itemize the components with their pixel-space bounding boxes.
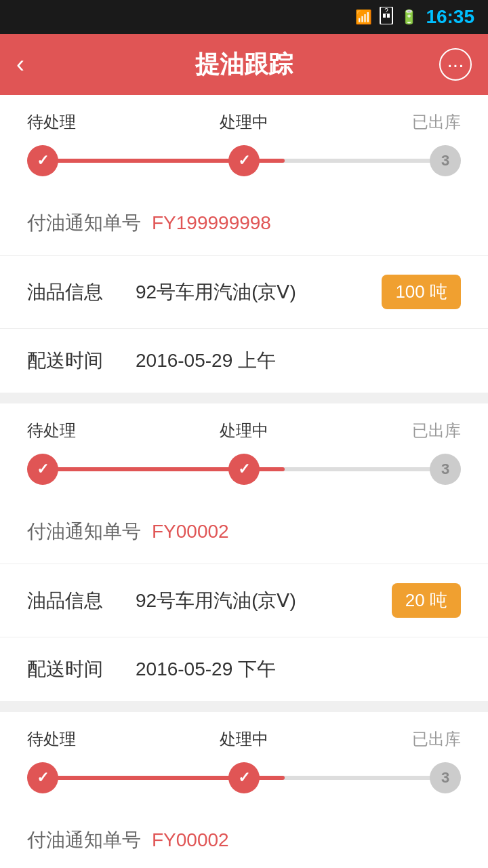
status-time: 16:35 xyxy=(426,6,474,28)
oil-type-1: 92号车用汽油(京Ⅴ) xyxy=(136,588,378,614)
progress-label-1: 处理中 xyxy=(220,420,268,441)
oil-row-0: 油品信息92号车用汽油(京Ⅴ)100 吨 xyxy=(0,256,488,329)
notice-id-row-0: 付油通知单号FY199999998 xyxy=(0,191,488,256)
notice-id-row-1: 付油通知单号FY00002 xyxy=(0,500,488,564)
cards-container: 待处理处理中已出库✓✓3付油通知单号FY199999998油品信息92号车用汽油… xyxy=(0,95,488,868)
section-divider xyxy=(0,701,488,712)
progress-label-2: 已出库 xyxy=(412,728,461,750)
progress-section-0: 待处理处理中已出库✓✓3 xyxy=(0,95,488,191)
progress-label-0: 待处理 xyxy=(27,111,76,133)
notice-label-1: 付油通知单号 xyxy=(27,519,141,545)
progress-section-1: 待处理处理中已出库✓✓3 xyxy=(0,403,488,500)
progress-label-0: 待处理 xyxy=(27,420,76,441)
progress-label-2: 已出库 xyxy=(412,420,461,441)
notice-id-2: FY00002 xyxy=(152,829,229,851)
notice-label-2: 付油通知单号 xyxy=(27,827,141,853)
quantity-badge-1: 20 吨 xyxy=(392,583,461,618)
delivery-time-1: 2016-05-29 下午 xyxy=(136,656,461,682)
oil-label-1: 油品信息 xyxy=(27,588,136,614)
notice-id-0: FY199999998 xyxy=(152,212,271,234)
oil-row-1: 油品信息92号车用汽油(京Ⅴ)20 吨 xyxy=(0,564,488,637)
delivery-row-1: 配送时间2016-05-29 下午 xyxy=(0,637,488,701)
progress-section-2: 待处理处理中已出库✓✓3 xyxy=(0,712,488,808)
info-section-1: 付油通知单号FY00002油品信息92号车用汽油(京Ⅴ)20 吨配送时间2016… xyxy=(0,500,488,701)
svg-text:?: ? xyxy=(385,7,389,15)
chat-button[interactable]: ··· xyxy=(439,48,472,81)
battery-icon: 🔋 xyxy=(401,9,418,25)
progress-dot-1: ✓ xyxy=(228,145,260,176)
progress-dot-0: ✓ xyxy=(27,454,58,485)
progress-dot-0: ✓ xyxy=(27,145,58,176)
sim-icon: ? xyxy=(379,7,394,28)
status-bar: 📶 ? 🔋 16:35 xyxy=(0,0,488,34)
section-divider xyxy=(0,393,488,403)
notice-id-1: FY00002 xyxy=(152,521,229,542)
progress-dot-1: ✓ xyxy=(228,762,260,793)
notice-label-0: 付油通知单号 xyxy=(27,210,141,236)
notice-id-row-2: 付油通知单号FY00002 xyxy=(0,808,488,868)
oil-label-0: 油品信息 xyxy=(27,279,136,305)
delivery-label-0: 配送时间 xyxy=(27,348,136,374)
info-section-0: 付油通知单号FY199999998油品信息92号车用汽油(京Ⅴ)100 吨配送时… xyxy=(0,191,488,393)
delivery-label-1: 配送时间 xyxy=(27,656,136,682)
page-title: 提油跟踪 xyxy=(195,48,293,81)
oil-type-0: 92号车用汽油(京Ⅴ) xyxy=(136,279,368,305)
progress-dot-0: ✓ xyxy=(27,762,58,793)
progress-dot-1: ✓ xyxy=(228,454,260,485)
wifi-icon: 📶 xyxy=(355,9,372,25)
progress-dot-2: 3 xyxy=(430,454,461,485)
progress-label-0: 待处理 xyxy=(27,728,76,750)
progress-label-2: 已出库 xyxy=(412,111,461,133)
progress-dot-2: 3 xyxy=(430,762,461,793)
info-section-2: 付油通知单号FY00002油品信息92号车用汽油(京Ⅴ)10 吨配送时间2016… xyxy=(0,808,488,868)
progress-label-1: 处理中 xyxy=(220,728,268,750)
back-button[interactable]: ‹ xyxy=(16,50,24,79)
progress-label-1: 处理中 xyxy=(220,111,268,133)
quantity-badge-0: 100 吨 xyxy=(382,275,461,309)
delivery-row-0: 配送时间2016-05-29 上午 xyxy=(0,329,488,393)
progress-dot-2: 3 xyxy=(430,145,461,176)
app-header: ‹ 提油跟踪 ··· xyxy=(0,34,488,95)
delivery-time-0: 2016-05-29 上午 xyxy=(136,348,461,374)
status-icons: 📶 ? 🔋 xyxy=(355,7,418,28)
